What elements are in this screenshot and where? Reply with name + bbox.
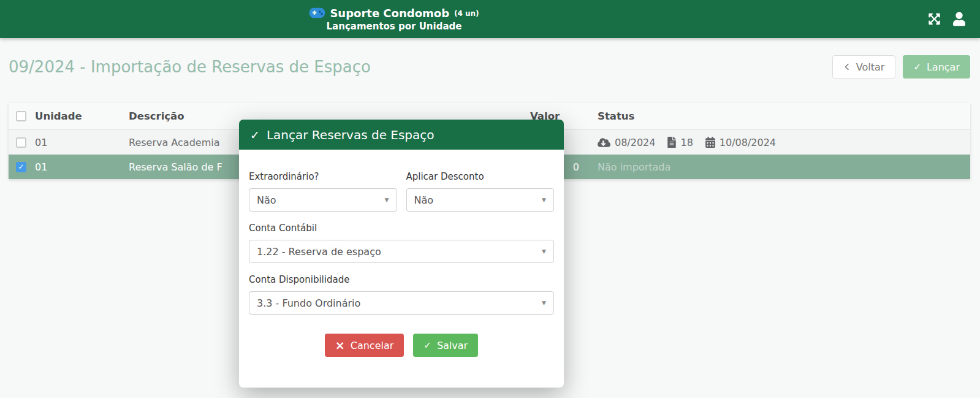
caret-down-icon: ▼	[542, 248, 546, 254]
cloud-download-icon	[598, 137, 610, 148]
salvar-label: Salvar	[437, 340, 468, 351]
conta-contabil-value: 1.22 - Reserva de espaço	[257, 246, 381, 258]
row-checkbox[interactable]	[16, 137, 26, 148]
lancar-button[interactable]: ✓ Lançar	[903, 55, 970, 78]
aplicar-desconto-label: Aplicar Desconto	[406, 170, 555, 183]
conta-disponibilidade-value: 3.3 - Fundo Ordinário	[257, 297, 360, 309]
voltar-button[interactable]: Voltar	[832, 55, 896, 78]
close-icon: ×	[335, 340, 345, 351]
file-icon	[667, 137, 676, 148]
cancelar-button[interactable]: × Cancelar	[325, 334, 405, 357]
voltar-label: Voltar	[856, 61, 885, 73]
col-status: Status	[598, 110, 970, 122]
lancar-reservas-modal: ✓ Lançar Reservas de Espaço Extraordinár…	[239, 120, 564, 388]
caret-down-icon: ▼	[385, 197, 389, 203]
select-all-checkbox[interactable]	[16, 111, 26, 121]
cell-status: Não importada	[598, 161, 970, 173]
check-icon: ✓	[424, 340, 431, 351]
modal-header: ✓ Lançar Reservas de Espaço	[239, 120, 564, 150]
check-icon: ✓	[913, 61, 921, 72]
page-title: 09/2024 - Importação de Reservas de Espa…	[9, 58, 371, 76]
extraordinario-value: Não	[257, 194, 276, 206]
gamepad-icon	[309, 8, 325, 18]
status-data: 10/08/2024	[720, 137, 776, 148]
calendar-icon	[705, 137, 715, 148]
extraordinario-label: Extraordinário?	[249, 170, 397, 183]
conta-contabil-label: Conta Contábil	[249, 222, 554, 234]
caret-down-icon: ▼	[542, 197, 546, 203]
conta-disponibilidade-label: Conta Disponibilidade	[249, 274, 554, 286]
status-quantidade: 18	[680, 137, 693, 148]
lancar-label: Lançar	[927, 61, 960, 73]
conta-contabil-select[interactable]: 1.22 - Reserva de espaço ▼	[249, 240, 554, 263]
user-icon[interactable]	[953, 12, 965, 26]
expand-arrows-icon[interactable]	[928, 13, 941, 26]
chevron-left-icon	[843, 63, 851, 71]
conta-disponibilidade-select[interactable]: 3.3 - Fundo Ordinário ▼	[249, 291, 554, 315]
aplicar-desconto-select[interactable]: Não ▼	[406, 188, 555, 212]
cell-unidade: 01	[35, 137, 129, 148]
extraordinario-select[interactable]: Não ▼	[249, 188, 397, 212]
caret-down-icon: ▼	[542, 300, 546, 306]
page-subtitle: Lançamentos por Unidade	[309, 21, 479, 32]
header-title-block: Suporte Condomob (4 un) Lançamentos por …	[309, 7, 479, 32]
salvar-button[interactable]: ✓ Salvar	[413, 334, 478, 357]
check-icon: ✓	[250, 128, 260, 142]
unit-count-badge: (4 un)	[454, 9, 479, 17]
status-periodo: 08/2024	[615, 137, 655, 148]
modal-title: Lançar Reservas de Espaço	[267, 128, 435, 142]
app-title: Suporte Condomob	[330, 7, 449, 20]
row-checkbox-checked[interactable]: ✓	[16, 162, 26, 172]
aplicar-desconto-value: Não	[414, 194, 434, 206]
cell-status: 08/2024 18 10/08/2024	[598, 137, 970, 148]
col-unidade: Unidade	[35, 110, 129, 122]
app-header: Suporte Condomob (4 un) Lançamentos por …	[0, 0, 980, 38]
cell-unidade: 01	[35, 161, 129, 173]
cancelar-label: Cancelar	[351, 340, 394, 351]
